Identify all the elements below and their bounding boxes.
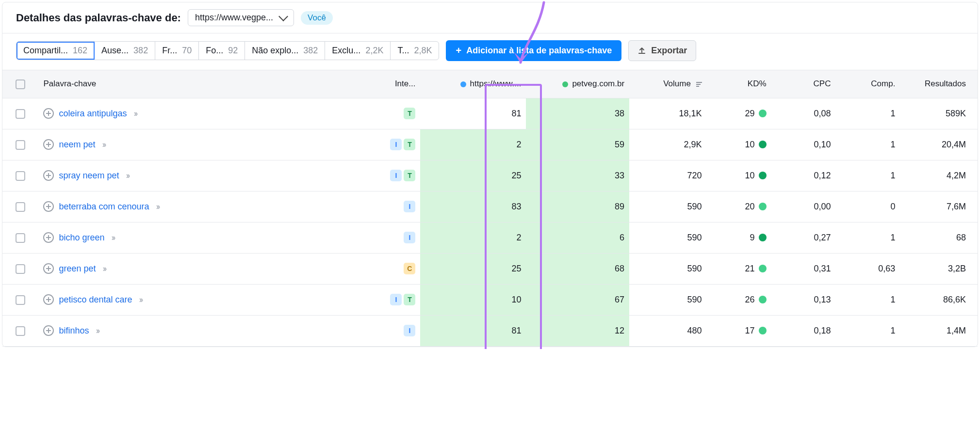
cell-competitor-1: 25 [420, 253, 526, 284]
col-comp[interactable]: Comp. [835, 70, 900, 98]
kd-dot-icon [759, 327, 767, 334]
filter-segment-count: 162 [73, 46, 87, 56]
cell-cpc: 0,00 [771, 191, 836, 222]
expand-icon[interactable] [43, 139, 54, 150]
cell-results: 7,6M [900, 191, 978, 222]
cell-kd: 29 [707, 98, 771, 129]
cell-competitor-1: 2 [420, 129, 526, 160]
col-volume[interactable]: Volume [629, 70, 707, 98]
chevron-right-icon: ›› [134, 109, 137, 119]
row-checkbox[interactable] [16, 326, 25, 336]
filter-segment-label: Ause... [101, 46, 129, 56]
cell-comp: 1 [835, 284, 900, 315]
cell-volume: 590 [629, 253, 707, 284]
table-row: neem pet››IT2592,9K100,10120,4M [2, 129, 978, 160]
col-competitor-1-label: https://www.... [470, 79, 522, 88]
add-to-list-button[interactable]: Adicionar à lista de palavras-chave [446, 40, 621, 61]
cell-volume: 590 [629, 222, 707, 253]
intent-pill-i: I [390, 294, 402, 305]
filter-segment[interactable]: Ause...382 [95, 42, 155, 60]
chevron-right-icon: ›› [156, 202, 159, 212]
keyword-link[interactable]: beterraba com cenoura [59, 202, 149, 212]
cell-comp: 1 [835, 98, 900, 129]
filter-segment-label: Fr... [162, 46, 177, 56]
cell-competitor-1: 81 [420, 315, 526, 346]
row-checkbox[interactable] [16, 233, 25, 243]
row-checkbox[interactable] [16, 295, 25, 305]
expand-icon[interactable] [43, 201, 54, 212]
chevron-right-icon: ›› [96, 326, 98, 336]
keyword-link[interactable]: bifinhos [59, 326, 89, 336]
keyword-link[interactable]: neem pet [59, 140, 95, 150]
intent-pill-t: T [404, 108, 415, 119]
filter-segment[interactable]: T...2,8K [391, 42, 439, 60]
col-cpc[interactable]: CPC [771, 70, 836, 98]
col-competitor-2[interactable]: petveg.com.br [526, 70, 629, 98]
keyword-link[interactable]: bicho green [59, 233, 104, 243]
col-competitor-1[interactable]: https://www.... [420, 70, 526, 98]
row-checkbox[interactable] [16, 140, 25, 150]
col-intent[interactable]: Inte... [374, 70, 421, 98]
export-label: Exportar [651, 46, 687, 56]
cell-volume: 720 [629, 160, 707, 191]
intent-pills: C [379, 263, 416, 274]
filter-segment-count: 2,8K [414, 46, 432, 56]
keyword-link[interactable]: petisco dental care [59, 295, 132, 305]
cell-comp: 0,63 [835, 253, 900, 284]
filter-segment[interactable]: Fo...92 [199, 42, 245, 60]
filter-segment[interactable]: Compartil...162 [16, 42, 95, 60]
filter-segment-label: Fo... [206, 46, 223, 56]
filter-segment[interactable]: Não explo...382 [245, 42, 325, 60]
intent-pill-i: I [390, 170, 402, 181]
col-kd[interactable]: KD% [707, 70, 771, 98]
expand-icon[interactable] [43, 294, 54, 305]
cell-cpc: 0,12 [771, 160, 836, 191]
header: Detalhes das palavras-chave de: https://… [2, 2, 978, 33]
intent-pill-t: T [404, 294, 415, 305]
sort-desc-icon [696, 82, 702, 87]
filters-row: Compartil...162Ause...382Fr...70Fo...92N… [2, 33, 978, 70]
chevron-right-icon: ›› [139, 295, 142, 305]
row-checkbox[interactable] [16, 264, 25, 274]
intent-pill-t: T [404, 170, 415, 181]
cell-competitor-2: 89 [526, 191, 629, 222]
filter-segments: Compartil...162Ause...382Fr...70Fo...92N… [16, 41, 439, 60]
row-checkbox[interactable] [16, 109, 25, 119]
filter-segment[interactable]: Exclu...2,2K [325, 42, 391, 60]
chevron-down-icon [278, 12, 288, 21]
row-checkbox[interactable] [16, 171, 25, 181]
keyword-link[interactable]: green pet [59, 264, 96, 274]
cell-competitor-2: 38 [526, 98, 629, 129]
kd-dot-icon [759, 203, 767, 210]
row-checkbox[interactable] [16, 202, 25, 212]
plus-icon [456, 45, 461, 56]
expand-icon[interactable] [43, 108, 54, 119]
cell-volume: 2,9K [629, 129, 707, 160]
col-results[interactable]: Resultados [900, 70, 978, 98]
intent-pills: I [379, 325, 416, 336]
expand-icon[interactable] [43, 170, 54, 181]
upload-icon [637, 47, 646, 55]
expand-icon[interactable] [43, 263, 54, 274]
chevron-right-icon: ›› [103, 264, 106, 274]
table-row: spray neem pet››IT2533720100,1214,2M [2, 160, 978, 191]
col-keyword[interactable]: Palavra-chave [38, 70, 374, 98]
keyword-link[interactable]: spray neem pet [59, 171, 119, 181]
expand-icon[interactable] [43, 325, 54, 336]
export-button[interactable]: Exportar [628, 40, 696, 61]
cell-cpc: 0,13 [771, 284, 836, 315]
filter-segment-count: 92 [228, 46, 238, 56]
cell-cpc: 0,08 [771, 98, 836, 129]
cell-kd: 26 [707, 284, 771, 315]
select-all-checkbox[interactable] [16, 79, 25, 89]
site-dropdown[interactable]: https://www.vegpe... [188, 9, 294, 26]
cell-competitor-2: 6 [526, 222, 629, 253]
filter-segment-label: T... [397, 46, 409, 56]
cell-volume: 18,1K [629, 98, 707, 129]
col-volume-label: Volume [663, 79, 691, 88]
cell-comp: 1 [835, 160, 900, 191]
filter-segment-label: Não explo... [252, 46, 298, 56]
expand-icon[interactable] [43, 232, 54, 243]
keyword-link[interactable]: coleira antipulgas [59, 109, 127, 119]
filter-segment[interactable]: Fr...70 [155, 42, 199, 60]
